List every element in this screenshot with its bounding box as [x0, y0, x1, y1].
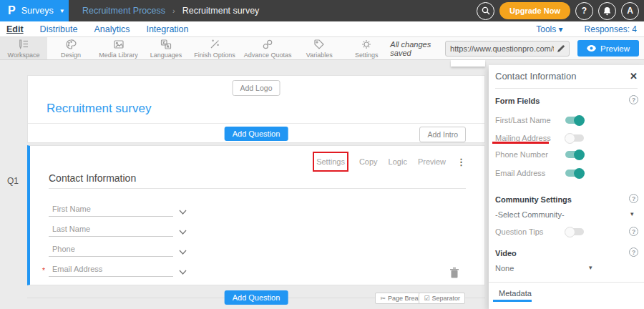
chevron-down-icon[interactable]	[179, 265, 187, 278]
section-nav: Edit Distribute Analytics Integration To…	[0, 21, 644, 37]
survey-header-actions: Add Question Add Intro	[28, 123, 484, 142]
account-avatar[interactable]: A	[621, 2, 639, 20]
edit-pencil-icon[interactable]	[557, 45, 565, 52]
save-status: All changes saved	[390, 40, 437, 57]
close-icon[interactable]: ✕	[630, 71, 638, 82]
bell-icon	[602, 6, 612, 16]
toolbar-item-advance-quotas[interactable]: Advance Quotas	[240, 37, 296, 59]
chevron-down-icon: ▼	[59, 8, 65, 14]
add-intro-button[interactable]: Add Intro	[419, 127, 466, 142]
toggle-knob	[574, 115, 585, 126]
add-question-button[interactable]: Add Question	[225, 127, 288, 141]
question-preview-button[interactable]: Preview	[418, 157, 446, 166]
required-marker: *	[42, 267, 45, 275]
video-heading: Video	[495, 249, 517, 258]
question-settings-button[interactable]: Settings	[316, 157, 345, 166]
field-row-email: * Email Address	[49, 258, 199, 278]
field-label: Email Address	[52, 265, 102, 273]
question-actions: Settings Copy Logic Preview ⋮	[313, 152, 466, 172]
toolbar-item-variables[interactable]: Variables	[296, 37, 343, 59]
toolbar-item-languages[interactable]: Languages	[142, 37, 190, 59]
community-select[interactable]: -Select Community-	[495, 210, 565, 219]
workspace-icon	[18, 39, 29, 50]
toolbar-item-settings[interactable]: Settings	[343, 37, 390, 59]
field-underline	[49, 256, 173, 257]
toggle-knob	[565, 227, 575, 237]
breadcrumb-folder[interactable]: Recruitment Process	[82, 6, 165, 16]
toggle-label-email-address: Email Address	[495, 169, 545, 177]
field-label: Phone	[52, 245, 75, 253]
chevron-down-icon[interactable]: ▾	[630, 210, 634, 217]
question-more-menu[interactable]: ⋮	[457, 157, 466, 167]
help-icon[interactable]: ?	[629, 95, 638, 104]
panel-divider	[495, 88, 638, 89]
help-icon[interactable]: ?	[629, 227, 638, 236]
search-button[interactable]	[477, 2, 494, 20]
toggle-email-address[interactable]	[565, 170, 584, 177]
video-select[interactable]: None	[495, 264, 514, 273]
toolbar-item-media-library[interactable]: Media Library	[94, 37, 142, 59]
question-card[interactable]: Settings Copy Logic Preview ⋮ Contact In…	[27, 145, 485, 285]
question-mark-icon: ?	[582, 6, 587, 16]
toolbar-item-workspace[interactable]: Workspace	[0, 37, 47, 59]
delete-question-button[interactable]	[450, 268, 459, 278]
add-question-button-bottom[interactable]: Add Question	[225, 290, 288, 305]
community-settings-heading: Community Settings	[495, 195, 572, 204]
separator-button[interactable]: ☑ Separator	[419, 293, 465, 304]
tab-analytics[interactable]: Analytics	[94, 24, 130, 34]
preview-button[interactable]: Preview	[577, 40, 639, 57]
toggle-mailing-address[interactable]	[565, 134, 584, 142]
upgrade-now-button[interactable]: Upgrade Now	[499, 2, 570, 19]
product-switcher[interactable]: P Surveys ▼	[0, 0, 69, 21]
image-icon	[113, 39, 125, 50]
notifications-button[interactable]	[598, 2, 616, 20]
chevron-down-icon[interactable]: ▾	[589, 264, 592, 271]
help-button[interactable]: ?	[575, 2, 593, 20]
question-number: Q1	[7, 176, 19, 186]
tab-distribute[interactable]: Distribute	[40, 24, 78, 34]
survey-url-field[interactable]: https://www.questionpro.com/t/APNrFZ	[445, 41, 570, 57]
search-icon	[482, 6, 490, 15]
question-logic-button[interactable]: Logic	[389, 157, 407, 166]
responses-count[interactable]: Responses: 4	[585, 24, 637, 34]
field-label: First Name	[52, 205, 91, 213]
question-title[interactable]: Contact Information	[49, 172, 136, 184]
survey-header-card: Add Logo Recruitment survey Add Question…	[27, 75, 485, 143]
help-icon[interactable]: ?	[629, 194, 638, 203]
tab-edit[interactable]: Edit	[6, 24, 24, 34]
chevron-down-icon[interactable]	[179, 205, 187, 217]
scissors-icon: ✂	[380, 295, 386, 302]
contact-fields: * First Name * Last Name * Phone	[49, 197, 199, 278]
tab-integration[interactable]: Integration	[146, 24, 188, 34]
toggle-knob	[565, 133, 575, 144]
help-icon[interactable]: ?	[629, 247, 638, 257]
product-name: Surveys	[21, 6, 54, 16]
toolbar-right: All changes saved https://www.questionpr…	[390, 37, 644, 59]
links-icon	[262, 39, 273, 50]
toggle-question-tips[interactable]	[565, 228, 584, 235]
question-copy-button[interactable]: Copy	[359, 157, 378, 166]
add-logo-button[interactable]: Add Logo	[233, 80, 280, 96]
annotation-highlight-settings: Settings	[313, 152, 348, 172]
toggle-knob	[574, 168, 585, 179]
toggle-label-phone-number: Phone Number	[495, 150, 548, 159]
panel-header: Contact Information ✕	[495, 71, 638, 82]
toggle-phone-number[interactable]	[565, 151, 584, 158]
chevron-down-icon[interactable]	[179, 245, 187, 258]
field-label: Last Name	[52, 225, 90, 233]
toolbar-item-design[interactable]: Design	[47, 37, 94, 59]
chevron-down-icon[interactable]	[179, 225, 187, 237]
toggle-first-last-name[interactable]	[565, 117, 584, 124]
question-divider	[49, 188, 466, 189]
top-header-bar: P Surveys ▼ Recruitment Process › Recrui…	[0, 0, 644, 21]
annotation-underline-mailing-address	[492, 142, 549, 144]
toolbar-item-finish-options[interactable]: Finish Options	[190, 37, 240, 59]
translate-icon	[160, 39, 172, 50]
tools-menu[interactable]: Tools ▾	[536, 24, 562, 34]
tab-metadata[interactable]: Metadata	[499, 289, 532, 298]
wand-icon	[209, 39, 220, 50]
trash-icon	[450, 268, 459, 278]
survey-title[interactable]: Recruitment survey	[47, 102, 151, 116]
breadcrumb-survey-name[interactable]: Recruitment survey	[182, 6, 260, 16]
field-underline	[49, 236, 173, 237]
